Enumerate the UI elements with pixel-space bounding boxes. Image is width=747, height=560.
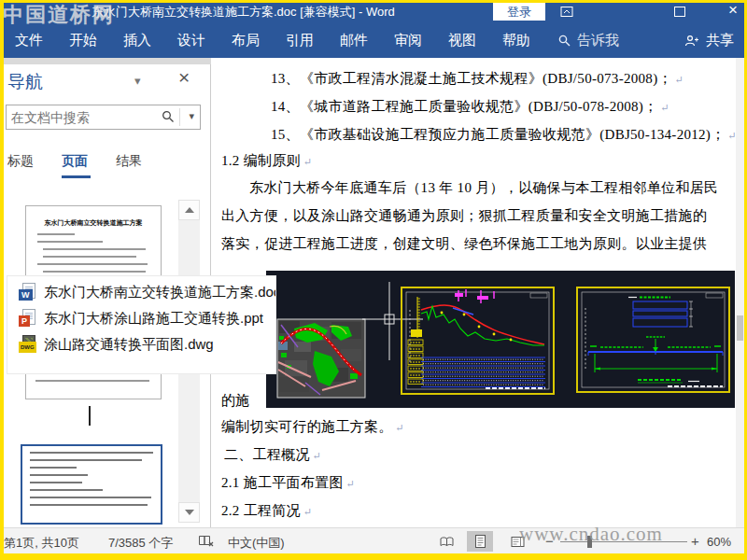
document-line: 15、《市政基础设施工程预应力施工质量验收规范》(DBJ50-134-2012)…	[271, 126, 737, 144]
paragraph-mark: ↵	[675, 74, 684, 85]
tell-me-box[interactable]: 告诉我	[558, 32, 619, 49]
thumbnail-text-line	[30, 497, 151, 498]
ribbon-tab-help[interactable]: 帮助	[489, 32, 543, 49]
person-icon	[684, 35, 699, 47]
paragraph-mark: ↵	[313, 450, 321, 461]
thumbnail-text-line	[30, 504, 148, 506]
ribbon-tab-mailings[interactable]: 邮件	[327, 32, 381, 49]
document-line: 落实，促进工程施工进度，创建文明、绿色环保施工工地为原则。以业主提供	[221, 235, 707, 253]
thumbnail-text-line	[37, 233, 75, 235]
read-mode-button[interactable]	[433, 531, 459, 552]
nav-pane-dropdown-icon[interactable]: ▾	[134, 74, 141, 88]
down-arrow-icon	[185, 510, 194, 515]
paragraph-mark: ↵	[303, 506, 312, 517]
watermark-bottom-right: www.cndao.com	[519, 523, 663, 546]
ribbon-tab-view[interactable]: 视图	[435, 32, 489, 49]
thumbnail-text-line	[30, 489, 103, 491]
search-divider	[179, 108, 180, 126]
ribbon-tab-home[interactable]: 开始	[56, 32, 110, 49]
document-line: 13、《市政工程清水混凝土施工技术规程》(DBJ/50-073-2008)；↵	[271, 70, 684, 88]
satellite-map	[277, 319, 365, 398]
thumbnail-text-line	[43, 256, 136, 258]
nav-top-strip	[0, 58, 211, 64]
dwg-file-icon: DWG	[19, 335, 35, 354]
word-count-status[interactable]: 7/3585 个字	[108, 535, 173, 552]
maximize-icon[interactable]	[674, 7, 685, 17]
thumbnail-text-line	[43, 248, 146, 250]
document-scrollbar[interactable]	[736, 58, 744, 527]
paragraph-mark: ↵	[303, 156, 312, 167]
zoom-in-button[interactable]: +	[691, 533, 699, 549]
nav-search-box: ▾	[6, 105, 201, 130]
scroll-down-button[interactable]	[178, 502, 200, 523]
paragraph-mark: ↵	[660, 102, 669, 113]
document-heading: 二、工程概况↵	[224, 446, 321, 464]
print-layout-icon	[474, 534, 486, 549]
thumbnail-text-line	[30, 474, 88, 476]
thumbnail-text-line	[35, 380, 149, 382]
nav-tab-pages[interactable]: 页面	[62, 153, 88, 170]
document-heading: 2.1 施工平面布置图↵	[221, 474, 355, 492]
thumbnail-text-line	[30, 482, 82, 483]
nav-tab-headings[interactable]: 标题	[7, 153, 34, 170]
word-window: 东水门大桥南立交转换道施工方案.doc [兼容模式] - Word 登录 × 文…	[0, 0, 747, 560]
ribbon-tab-file[interactable]: 文件	[2, 32, 56, 49]
powerpoint-file-icon: P	[19, 309, 35, 328]
cad-preview[interactable]	[266, 271, 735, 408]
close-icon[interactable]: ×	[728, 1, 738, 20]
nav-pane-close-icon[interactable]: ×	[178, 66, 190, 89]
language-status[interactable]: 中文(中国)	[228, 535, 285, 552]
thumbnail-text-line	[37, 241, 103, 243]
read-mode-icon	[440, 536, 454, 548]
ribbon-tab-review[interactable]: 审阅	[381, 32, 435, 49]
paragraph-mark: ↵	[346, 478, 355, 489]
share-button[interactable]: 共享	[684, 22, 734, 58]
file-item-ppt[interactable]: P 东水门大桥涂山路施工交通转换.ppt	[7, 305, 275, 331]
thumbnail-text-line	[30, 452, 153, 454]
search-input[interactable]	[9, 107, 148, 128]
document-line: 编制切实可行的施工方案。↵	[221, 418, 404, 436]
search-dropdown-icon[interactable]: ▾	[189, 110, 194, 122]
ribbon-display-options-icon	[560, 6, 573, 18]
zoom-level[interactable]: 60%	[707, 535, 731, 549]
tell-me-label: 告诉我	[577, 32, 619, 49]
watermark-top-left: 中国道桥网	[3, 1, 115, 29]
ribbon-display-options-button[interactable]	[560, 5, 573, 21]
document-heading: 1.2 编制原则↵	[221, 152, 312, 170]
thumbnail-text-line	[43, 271, 146, 273]
file-item-doc[interactable]: W 东水门大桥南立交转换道施工方案.doc	[7, 279, 275, 305]
ribbon-tab-layout[interactable]: 布局	[218, 32, 273, 49]
page-number-status[interactable]: 第1页, 共10页	[4, 535, 79, 552]
ribbon-tab-references[interactable]: 引用	[273, 32, 327, 49]
thumbnail-text-line	[37, 263, 148, 265]
ribbon-tab-insert[interactable]: 插入	[110, 32, 164, 49]
text-cursor	[89, 406, 91, 426]
page-thumbnail-2-selected[interactable]	[21, 444, 162, 525]
file-name: 东水门大桥涂山路施工交通转换.ppt	[44, 310, 263, 328]
file-item-dwg[interactable]: DWG 涂山路交通转换平面图.dwg	[7, 331, 275, 357]
print-layout-button[interactable]	[467, 531, 493, 552]
screenshot-border	[0, 553, 747, 560]
thumbnail-text-line	[30, 459, 142, 461]
search-icon	[558, 35, 571, 47]
document-line: 的施	[221, 392, 250, 410]
window-title: 东水门大桥南立交转换道施工方案.doc [兼容模式] - Word	[92, 4, 395, 21]
proofing-status-icon[interactable]	[198, 535, 214, 550]
nav-tab-results[interactable]: 结果	[116, 153, 142, 170]
document-heading: 2.2 工程简况↵	[221, 502, 312, 520]
search-icon[interactable]	[162, 110, 175, 127]
file-list-popup: W 东水门大桥南立交转换道施工方案.doc P 东水门大桥涂山路施工交通转换.p…	[7, 276, 275, 373]
screenshot-border	[0, 0, 747, 3]
scrollbar-thumb[interactable]	[737, 315, 743, 341]
up-arrow-icon	[185, 207, 194, 213]
thumbnail-text-line	[30, 467, 77, 469]
share-label: 共享	[706, 32, 734, 49]
ribbon-tab-design[interactable]: 设计	[164, 32, 218, 49]
thumbnail-title: 东水门大桥南立交转换道施工方案	[26, 218, 161, 228]
cad-drawing	[266, 271, 735, 408]
file-name: 涂山路交通转换平面图.dwg	[44, 336, 214, 354]
sign-in-button[interactable]: 登录	[493, 2, 545, 21]
scroll-up-button[interactable]	[178, 200, 200, 220]
word-file-icon: W	[19, 283, 35, 301]
document-line: 出入方便，以及涂山路交通畅通为原则；狠抓工程质量和安全文明施工措施的	[221, 207, 707, 225]
